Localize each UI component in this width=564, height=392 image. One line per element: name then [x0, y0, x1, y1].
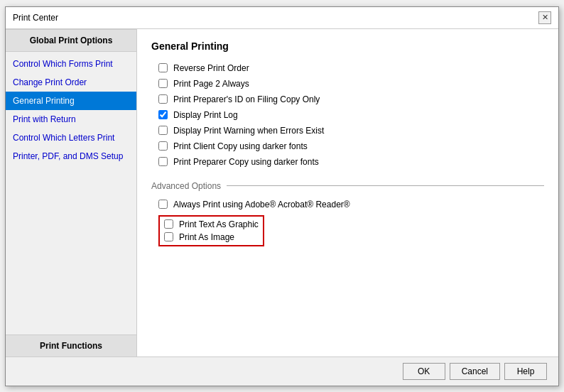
cancel-button[interactable]: Cancel [450, 363, 500, 380]
checkbox-preparer-darker[interactable] [158, 157, 168, 166]
nav-item-control-forms[interactable]: Control Which Forms Print [6, 55, 136, 73]
highlighted-group: Print Text As Graphic Print As Image [158, 215, 264, 246]
checkbox-row-always-adobe: Always Print using Adobe® Acrobat® Reade… [151, 200, 544, 209]
label-print-warning: Display Print Warning when Errors Exist [173, 126, 324, 136]
dialog-body: Global Print Options Control Which Forms… [6, 29, 558, 356]
close-button[interactable]: ✕ [538, 11, 551, 24]
checkbox-row-print-as-image: Print As Image [164, 232, 259, 242]
nav-item-change-order[interactable]: Change Print Order [6, 73, 136, 92]
checkbox-print-warning[interactable] [158, 126, 168, 135]
label-print-text-graphic: Print Text As Graphic [179, 219, 259, 229]
nav-item-print-return[interactable]: Print with Return [6, 110, 136, 129]
checkbox-row-print-text-graphic: Print Text As Graphic [164, 219, 259, 229]
print-functions-footer[interactable]: Print Functions [6, 334, 136, 356]
checkbox-row-preparer-darker: Print Preparer Copy using darker fonts [151, 157, 544, 167]
checkbox-preparer-id[interactable] [158, 94, 168, 104]
global-print-options-header: Global Print Options [6, 29, 136, 52]
checkbox-print-as-image[interactable] [164, 232, 173, 241]
checkbox-print-text-graphic[interactable] [164, 219, 173, 229]
checkbox-print-page2[interactable] [158, 79, 168, 88]
checkbox-row-print-warning: Display Print Warning when Errors Exist [151, 126, 544, 136]
nav-item-printer-pdf-dms[interactable]: Printer, PDF, and DMS Setup [6, 147, 136, 165]
advanced-title: Advanced Options [151, 181, 221, 191]
nav-item-general-printing[interactable]: General Printing [6, 92, 136, 110]
label-display-log: Display Print Log [173, 110, 238, 120]
help-button[interactable]: Help [504, 363, 547, 380]
checkbox-row-reverse-print: Reverse Print Order [151, 63, 544, 73]
advanced-divider [227, 185, 544, 186]
label-print-page2: Print Page 2 Always [173, 79, 249, 89]
label-preparer-darker: Print Preparer Copy using darker fonts [173, 157, 319, 167]
checkbox-row-print-page2: Print Page 2 Always [151, 79, 544, 89]
checkbox-row-display-log: Display Print Log [151, 110, 544, 120]
advanced-header: Advanced Options [151, 181, 544, 191]
right-panel: General Printing Reverse Print Order Pri… [137, 29, 558, 356]
ok-button[interactable]: OK [403, 363, 445, 380]
title-bar: Print Center ✕ [6, 7, 558, 29]
section-title: General Printing [151, 40, 544, 52]
nav-list: Control Which Forms Print Change Print O… [6, 52, 136, 334]
advanced-section: Advanced Options Always Print using Adob… [151, 181, 544, 246]
checkbox-row-preparer-id: Print Preparer's ID on Filing Copy Only [151, 94, 544, 104]
dialog-footer: OK Cancel Help [6, 356, 558, 386]
nav-item-control-letters[interactable]: Control Which Letters Print [6, 129, 136, 147]
label-client-darker: Print Client Copy using darker fonts [173, 141, 308, 151]
checkbox-always-adobe[interactable] [158, 200, 168, 209]
label-reverse-print: Reverse Print Order [173, 63, 249, 73]
left-panel: Global Print Options Control Which Forms… [6, 29, 137, 356]
label-always-adobe: Always Print using Adobe® Acrobat® Reade… [173, 200, 350, 209]
checkbox-client-darker[interactable] [158, 141, 168, 151]
checkbox-display-log[interactable] [158, 110, 168, 119]
checkbox-row-client-darker: Print Client Copy using darker fonts [151, 141, 544, 151]
checkbox-reverse-print[interactable] [158, 63, 168, 72]
dialog-title: Print Center [13, 13, 58, 23]
label-preparer-id: Print Preparer's ID on Filing Copy Only [173, 94, 320, 104]
print-center-dialog: Print Center ✕ Global Print Options Cont… [5, 6, 559, 386]
label-print-as-image: Print As Image [179, 232, 234, 242]
